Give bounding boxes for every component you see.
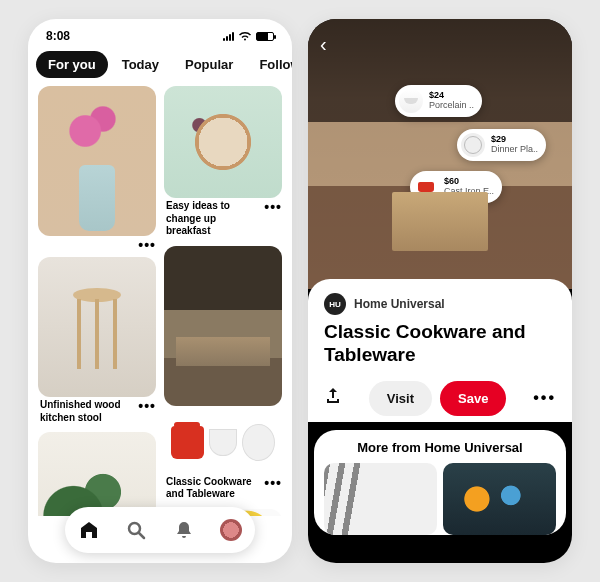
- feed-col-right: Easy ideas to change up breakfast ••• Cl…: [164, 86, 282, 516]
- related-pin[interactable]: [443, 463, 556, 535]
- back-icon[interactable]: ‹: [320, 33, 327, 56]
- search-icon[interactable]: [125, 519, 147, 541]
- feed[interactable]: ••• Unfinished wood kitchen stool ••• Ea…: [28, 86, 292, 516]
- more-icon[interactable]: •••: [533, 389, 556, 407]
- notifications-icon[interactable]: [173, 519, 195, 541]
- status-bar: 8:08: [28, 19, 292, 47]
- pin-toast[interactable]: Easy ideas to change up breakfast •••: [164, 86, 282, 240]
- signal-icon: [223, 32, 234, 41]
- pin-title: Easy ideas to change up breakfast: [166, 200, 260, 238]
- tag-name: Dinner Pla..: [491, 145, 538, 155]
- related-pin[interactable]: [324, 463, 437, 535]
- more-from-section: More from Home Universal: [314, 430, 566, 535]
- feed-col-left: ••• Unfinished wood kitchen stool •••: [38, 86, 156, 516]
- shop-tag[interactable]: $24 Porcelain ..: [395, 85, 482, 117]
- detail-sheet: HU Home Universal Classic Cookware and T…: [308, 279, 572, 422]
- hero-image[interactable]: ‹ $24 Porcelain .. $29 Dinner Pla.. $60 …: [308, 19, 572, 289]
- avatar: [220, 519, 242, 541]
- tag-thumb: [461, 133, 485, 157]
- pin-image: [38, 86, 156, 236]
- tab-popular[interactable]: Popular: [173, 51, 245, 78]
- profile-icon[interactable]: [220, 519, 242, 541]
- pin-more-icon[interactable]: •••: [264, 200, 282, 211]
- brand-row[interactable]: HU Home Universal: [324, 293, 556, 315]
- tab-for-you[interactable]: For you: [36, 51, 108, 78]
- brand-logo: HU: [324, 293, 346, 315]
- tab-today[interactable]: Today: [110, 51, 171, 78]
- pin-more-icon[interactable]: •••: [138, 238, 156, 249]
- brand-name: Home Universal: [354, 297, 445, 311]
- pin-image: [164, 412, 282, 474]
- share-icon[interactable]: [324, 387, 342, 409]
- tag-name: Cast Iron E..: [444, 187, 494, 197]
- tag-name: Porcelain ..: [429, 101, 474, 111]
- pin-title: Unfinished wood kitchen stool: [40, 399, 134, 424]
- phone-feed: 8:08 For you Today Popular Following Re …: [28, 19, 292, 563]
- tab-following[interactable]: Following: [247, 51, 292, 78]
- pin-cookware[interactable]: Classic Cookware and Tableware •••: [164, 412, 282, 503]
- phone-detail: ‹ $24 Porcelain .. $29 Dinner Pla.. $60 …: [308, 19, 572, 563]
- battery-icon: [256, 32, 274, 41]
- save-button[interactable]: Save: [440, 381, 506, 416]
- wifi-icon: [238, 31, 252, 41]
- clock: 8:08: [46, 29, 70, 43]
- pin-plant[interactable]: [38, 432, 156, 516]
- status-icons: [223, 31, 274, 41]
- pin-stool[interactable]: Unfinished wood kitchen stool •••: [38, 257, 156, 426]
- action-row: Visit Save •••: [324, 381, 556, 416]
- shop-tag[interactable]: $60 Cast Iron E..: [410, 171, 502, 203]
- pin-kitchen[interactable]: [164, 246, 282, 406]
- pin-image: [164, 86, 282, 198]
- pin-image: [164, 246, 282, 406]
- shop-tag[interactable]: $29 Dinner Pla..: [457, 129, 546, 161]
- pin-flowers[interactable]: •••: [38, 86, 156, 251]
- visit-button[interactable]: Visit: [369, 381, 432, 416]
- tag-thumb: [399, 89, 423, 113]
- pin-title: Classic Cookware and Tableware: [166, 476, 260, 501]
- bottom-nav: [65, 507, 255, 553]
- pin-more-icon[interactable]: •••: [138, 399, 156, 410]
- pin-more-icon[interactable]: •••: [264, 476, 282, 487]
- feed-tabs: For you Today Popular Following Re: [28, 47, 292, 86]
- tag-thumb: [414, 175, 438, 199]
- pin-detail-title: Classic Cookware and Tableware: [324, 321, 556, 367]
- home-icon[interactable]: [78, 519, 100, 541]
- pin-image: [38, 432, 156, 516]
- more-from-title: More from Home Universal: [324, 440, 556, 455]
- pin-image: [38, 257, 156, 397]
